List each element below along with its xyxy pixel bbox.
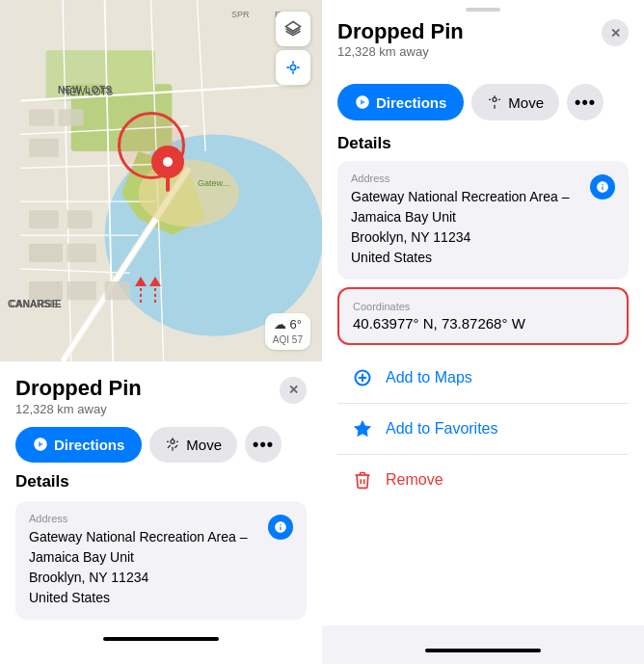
pin-tail (166, 178, 170, 192)
left-more-button[interactable]: ••• (245, 426, 282, 463)
left-home-indicator (103, 637, 219, 641)
left-address-line2: Jamaica Bay Unit (29, 549, 134, 565)
weather-temp: ☁ 6° (274, 317, 302, 333)
right-header-top: Dropped Pin 12,328 km away ✕ (337, 19, 629, 72)
remove-icon (351, 468, 374, 491)
svg-rect-20 (59, 109, 84, 125)
svg-point-36 (171, 439, 174, 443)
right-action-list: Add to Maps Add to Favorites (337, 353, 629, 505)
map-location-button[interactable] (276, 50, 310, 85)
right-address-content: Address Gateway National Recreation Area… (351, 173, 569, 268)
map-label-gateway: Gatew... (198, 178, 275, 189)
add-to-maps-item[interactable]: Add to Maps (337, 353, 629, 404)
map-label-new-lots-text: NEW LOTS (58, 85, 113, 95)
map-pin-marker (151, 146, 186, 188)
right-coordinates-card: Coordinates 40.63977° N, 73.87268° W (337, 287, 629, 345)
card-title-group: Dropped Pin 12,328 km away (15, 377, 142, 416)
add-to-favorites-icon (351, 417, 374, 440)
map-layers-button[interactable] (276, 12, 310, 46)
left-directions-button[interactable]: Directions (15, 427, 142, 463)
map-label-spr-text: SPR (231, 10, 250, 19)
left-card-title: Dropped Pin (15, 377, 142, 400)
left-address-line1: Gateway National Recreation Area – (29, 529, 247, 544)
left-address-line3: Brooklyn, NY 11234 (29, 570, 148, 585)
weather-icon: ☁ (274, 317, 286, 332)
map-controls (276, 12, 310, 85)
left-move-label: Move (186, 437, 222, 453)
add-to-favorites-label: Add to Favorites (386, 420, 498, 438)
arrow-2 (149, 277, 161, 304)
left-address-label: Address (29, 513, 247, 524)
dashed-line-1 (140, 288, 142, 304)
left-action-buttons: Directions Move ••• (15, 426, 307, 463)
left-address-card: Address Gateway National Recreation Area… (15, 501, 307, 620)
pin-icon (151, 146, 186, 188)
right-address-line2: Jamaica Bay Unit (351, 209, 456, 225)
arrow-1 (135, 277, 147, 304)
pin-dot (163, 157, 173, 167)
right-address-line1: Gateway National Recreation Area – (351, 189, 569, 204)
weather-badge: ☁ 6° AQI 57 (265, 313, 310, 350)
temp-value: 6° (290, 317, 302, 332)
left-directions-label: Directions (54, 437, 124, 453)
right-info-icon[interactable] (590, 174, 615, 199)
right-title: Dropped Pin (337, 19, 464, 44)
left-address-content: Address Gateway National Recreation Area… (29, 513, 247, 608)
right-action-buttons: Directions Move ••• (337, 84, 629, 120)
right-close-button[interactable]: ✕ (602, 19, 629, 46)
svg-rect-26 (29, 281, 63, 300)
left-panel: NEW LOTS CANARSIE NEW LOTS CANARSIE SPR … (0, 0, 322, 664)
pin-head (151, 146, 184, 178)
svg-rect-28 (105, 281, 130, 300)
left-close-button[interactable]: ✕ (280, 377, 307, 404)
add-to-maps-label: Add to Maps (386, 369, 472, 386)
right-move-button[interactable]: Move (471, 84, 559, 120)
left-address-line4: United States (29, 590, 110, 605)
right-content: Dropped Pin 12,328 km away ✕ Directions … (322, 19, 644, 625)
add-to-favorites-item[interactable]: Add to Favorites (337, 404, 629, 455)
aqi-value: AQI 57 (273, 333, 303, 346)
right-more-button[interactable]: ••• (567, 84, 604, 120)
left-details-title: Details (15, 472, 307, 491)
right-details-title: Details (337, 120, 629, 161)
right-coord-value: 40.63977° N, 73.87268° W (353, 315, 613, 332)
svg-rect-23 (67, 210, 92, 228)
left-move-button[interactable]: Move (149, 427, 237, 463)
left-address-text: Gateway National Recreation Area – Jamai… (29, 527, 247, 608)
right-address-line3: Brooklyn, NY 11234 (351, 229, 470, 245)
svg-rect-21 (29, 139, 59, 157)
svg-point-34 (290, 65, 295, 69)
right-drag-handle (466, 8, 500, 12)
right-address-label: Address (351, 173, 569, 184)
svg-rect-22 (29, 210, 59, 228)
card-header: Dropped Pin 12,328 km away ✕ (15, 377, 307, 416)
left-bottom-card: Dropped Pin 12,328 km away ✕ Directions … (0, 361, 322, 664)
right-address-card: Address Gateway National Recreation Area… (337, 161, 629, 279)
right-directions-button[interactable]: Directions (337, 84, 464, 120)
svg-rect-25 (67, 244, 96, 262)
right-move-label: Move (508, 94, 544, 111)
remove-label: Remove (386, 471, 443, 489)
right-panel: Dropped Pin 12,328 km away ✕ Directions … (322, 0, 644, 664)
direction-arrows (135, 277, 161, 304)
right-drag-area (322, 0, 644, 19)
right-title-group: Dropped Pin 12,328 km away (337, 19, 464, 72)
dashed-line-2 (154, 288, 156, 304)
right-address-value: Gateway National Recreation Area – Jamai… (351, 187, 569, 268)
add-to-maps-icon (351, 366, 374, 389)
right-subtitle: 12,328 km away (337, 44, 464, 59)
right-directions-label: Directions (376, 94, 446, 111)
arrow-up-1 (135, 277, 147, 286)
map-label-canarsie-text: CANARSIE (8, 299, 62, 309)
remove-item[interactable]: Remove (337, 455, 629, 505)
svg-marker-42 (355, 421, 371, 437)
svg-rect-27 (67, 281, 96, 300)
left-card-subtitle: 12,328 km away (15, 402, 142, 416)
svg-point-38 (493, 97, 496, 101)
svg-rect-24 (29, 244, 63, 262)
right-address-line4: United States (351, 250, 432, 265)
map-area: NEW LOTS CANARSIE NEW LOTS CANARSIE SPR … (0, 0, 322, 361)
left-info-icon[interactable] (268, 515, 293, 540)
right-coord-label: Coordinates (353, 301, 613, 312)
right-home-indicator (425, 649, 541, 652)
